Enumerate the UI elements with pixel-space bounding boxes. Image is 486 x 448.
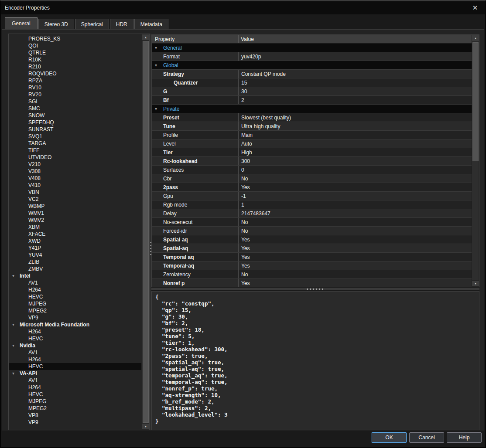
tree-item[interactable]: ▾ AV1 <box>9 377 141 384</box>
title-bar[interactable]: Encoder Properties ✕ <box>1 1 485 14</box>
tree-item[interactable]: ▾ SVQ1 <box>9 133 141 140</box>
tree-item[interactable]: ▾ RV10 <box>9 84 141 91</box>
property-row[interactable]: ▾ No-scenecut No <box>152 218 472 227</box>
scroll-up-icon[interactable]: ▲ <box>142 34 149 41</box>
property-value[interactable]: Slowest (best quality) <box>239 113 472 122</box>
tree-item[interactable]: ▾ SMC <box>9 105 141 112</box>
property-row[interactable]: ▾ Strategy Constant QP mode <box>152 70 472 78</box>
property-value[interactable]: Main <box>239 131 472 139</box>
tree-item[interactable]: ▾ V308 <box>9 168 141 175</box>
tree-scrollbar[interactable]: ▲ ▼ <box>142 34 149 429</box>
tree-item[interactable]: ▾ ZLIB <box>9 258 141 265</box>
tree-item[interactable]: ▾ RPZA <box>9 77 141 84</box>
tree-item[interactable]: ▾ XWD <box>9 238 141 244</box>
tab[interactable]: Metadata <box>134 19 168 29</box>
dialog-button[interactable]: Help <box>447 432 482 443</box>
tree-item[interactable]: ▾ Microsoft Media Foundation <box>9 321 141 328</box>
tree-item[interactable]: ▾ SNOW <box>9 112 141 119</box>
property-value[interactable]: 2147483647 <box>239 209 472 217</box>
property-value[interactable]: 300 <box>239 157 472 165</box>
property-row[interactable]: ▾ Spatial aq Yes <box>152 235 472 244</box>
tree-item[interactable]: ▾ VBN <box>9 189 141 196</box>
tree-item[interactable]: ▾ VC2 <box>9 196 141 203</box>
scroll-down-icon[interactable]: ▼ <box>142 423 149 429</box>
property-value[interactable]: 15 <box>239 78 472 87</box>
property-row[interactable]: ▾ Surfaces 0 <box>152 166 472 174</box>
tree-item[interactable]: ▾ HEVC <box>9 293 141 300</box>
tab[interactable]: General <box>5 17 38 29</box>
tree-item[interactable]: ▾ R210 <box>9 63 141 70</box>
property-row[interactable]: ▾ Format yuv420p <box>152 52 472 61</box>
tree-scrollbar-thumb[interactable] <box>143 41 149 423</box>
dialog-button[interactable]: Cancel <box>409 432 444 443</box>
collapse-arrow-icon[interactable]: ▾ <box>12 370 18 377</box>
table-scrollbar[interactable]: ▲ ▼ <box>472 35 479 286</box>
tab[interactable]: Spherical <box>75 19 109 29</box>
property-value[interactable]: 30 <box>239 87 472 95</box>
property-value[interactable]: Yes <box>239 279 472 287</box>
tree-item[interactable]: ▾ Y41P <box>9 244 141 251</box>
tree-item[interactable]: ▾ RV20 <box>9 91 141 98</box>
property-value[interactable]: Yes <box>239 183 472 191</box>
scroll-up-icon[interactable]: ▲ <box>472 35 479 41</box>
tree-item[interactable]: ▾ TARGA <box>9 140 141 147</box>
tree-item[interactable]: ▾ V408 <box>9 175 141 182</box>
tree-item[interactable]: ▾ TIFF <box>9 147 141 154</box>
tree-item[interactable]: ▾ SPEEDHQ <box>9 119 141 126</box>
collapse-arrow-icon[interactable]: ▾ <box>155 106 161 112</box>
tree-item[interactable]: ▾ ZMBV <box>9 265 141 272</box>
dialog-button[interactable]: OK <box>372 432 407 443</box>
tree-item[interactable]: ▾ V410 <box>9 182 141 189</box>
tree-item[interactable]: ▾ PRORES_KS <box>9 35 141 42</box>
property-value[interactable]: No <box>239 218 472 226</box>
property-row[interactable]: ▾ Zerolatency No <box>152 270 472 279</box>
tab[interactable]: HDR <box>110 19 133 29</box>
tree-item[interactable]: ▾ QOI <box>9 42 141 49</box>
tree-item[interactable]: ▾ SUNRAST <box>9 126 141 133</box>
horizontal-splitter[interactable] <box>151 287 479 291</box>
tree-item[interactable]: ▾ WBMP <box>9 203 141 210</box>
tree-item[interactable]: ▾ ROQVIDEO <box>9 70 141 77</box>
property-row[interactable]: ▾ Tier High <box>152 148 472 157</box>
property-value[interactable]: No <box>239 227 472 235</box>
tree-item[interactable]: ▾ HEVC <box>9 335 141 342</box>
tree-item[interactable]: ▾ AV1 <box>9 349 141 356</box>
property-row[interactable]: ▾ Quantizer 15 <box>152 78 472 87</box>
tree-item[interactable]: ▾ YUV4 <box>9 251 141 258</box>
tree-item[interactable]: ▾ WMV2 <box>9 217 141 224</box>
tree-item[interactable]: ▾ MJPEG <box>9 398 141 405</box>
property-value[interactable]: No <box>239 270 472 278</box>
column-header-value[interactable]: Value <box>239 35 472 43</box>
tree-item[interactable]: ▾ R10K <box>9 56 141 63</box>
tree-item[interactable]: ▾ MPEG2 <box>9 405 141 412</box>
property-row[interactable]: ▾ Tune Ultra high quality <box>152 122 472 131</box>
property-value[interactable]: 0 <box>239 166 472 174</box>
property-value[interactable]: Yes <box>239 253 472 261</box>
property-value[interactable]: yuv420p <box>239 52 472 61</box>
property-row[interactable]: ▾ Gpu -1 <box>152 192 472 200</box>
tree-item[interactable]: ▾ HEVC <box>9 363 141 370</box>
property-value[interactable]: Yes <box>239 235 472 244</box>
tree-item[interactable]: ▾ H264 <box>9 356 141 363</box>
tree-item[interactable]: ▾ SGI <box>9 98 141 105</box>
property-value[interactable]: 1 <box>239 200 472 209</box>
tree-item[interactable]: ▾ VP9 <box>9 314 141 321</box>
tree-item[interactable]: ▾ VA-API <box>9 370 141 377</box>
tree-item[interactable]: ▾ AV1 <box>9 279 141 286</box>
property-value[interactable]: Constant QP mode <box>239 70 472 78</box>
property-value[interactable]: Yes <box>239 261 472 270</box>
property-value[interactable]: -1 <box>239 192 472 200</box>
property-row[interactable]: ▾ Profile Main <box>152 131 472 139</box>
table-scrollbar-thumb[interactable] <box>472 42 479 161</box>
tree-item[interactable]: ▾ Nvidia <box>9 342 141 349</box>
tree-item[interactable]: ▾ VP8 <box>9 412 141 419</box>
tree-item[interactable]: ▾ MJPEG <box>9 300 141 307</box>
tree-item[interactable]: ▾ WMV1 <box>9 210 141 217</box>
json-preview-panel[interactable]: { "rc": "constqp", "qp": 15, "g": 30, "b… <box>151 291 479 430</box>
property-row[interactable]: ▾ Global <box>152 61 472 70</box>
property-row[interactable]: ▾ Temporal-aq Yes <box>152 261 472 270</box>
tree-item[interactable]: ▾ UTVIDEO <box>9 154 141 161</box>
property-row[interactable]: ▾ Forced-idr No <box>152 227 472 235</box>
collapse-arrow-icon[interactable]: ▾ <box>155 45 161 51</box>
collapse-arrow-icon[interactable]: ▾ <box>12 273 18 279</box>
